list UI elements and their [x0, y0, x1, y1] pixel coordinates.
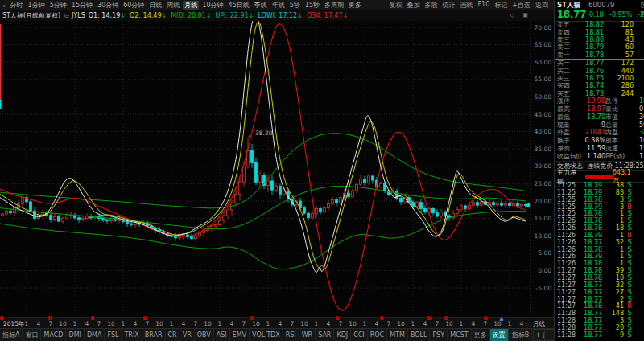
chart-svg[interactable]: 70.0065.0060.0055.0050.0045.0040.0035.00…: [0, 21, 554, 317]
tool-button-标记[interactable]: 标记: [493, 1, 509, 10]
candle-body: [50, 216, 52, 220]
candle-body: [505, 203, 507, 205]
indicator-tab-ROC[interactable]: ROC: [368, 329, 387, 341]
down-arrow-icon: ↓: [120, 12, 126, 19]
indicator-tab-OBV[interactable]: OBV: [195, 329, 214, 341]
last-price: 18.77: [557, 9, 586, 20]
tick-side: S: [624, 260, 635, 267]
x-tick: 4: [85, 320, 89, 327]
tool-button-统计[interactable]: 统计: [441, 1, 457, 10]
indicator-tab-指标A[interactable]: 指标A: [0, 329, 23, 341]
zoom-in-button[interactable]: +: [533, 329, 543, 341]
indicator-tab-更多[interactable]: 更多: [472, 329, 490, 341]
indicator-name[interactable]: JYLS: [72, 12, 89, 19]
main-force-bar: [585, 175, 612, 179]
indicator-tab-ASI[interactable]: ASI: [214, 329, 230, 341]
indicator-tab-窗口[interactable]: 窗口: [23, 329, 41, 341]
tick-side: S: [624, 281, 635, 289]
indicator-tab-指标B[interactable]: 指标B: [509, 329, 532, 341]
tick-time: 11:25: [557, 203, 576, 211]
candle-body: [517, 204, 519, 207]
tick-volume: 1: [602, 210, 624, 217]
y-axis-label: 50.00: [535, 93, 552, 101]
indicator-value: Q2: 14.49↓: [130, 12, 171, 19]
indicator-tab-RSI[interactable]: RSI: [283, 329, 299, 341]
period-tab-1分钟[interactable]: 1分钟: [27, 1, 47, 10]
period-tab-分时[interactable]: 分时: [9, 1, 25, 10]
x-tick: 1: [411, 320, 415, 327]
tick-row: 11:2518.7983S: [555, 189, 644, 196]
price-change: -0.18: [587, 11, 604, 18]
indicator-tab-VR[interactable]: VR: [180, 329, 195, 341]
period-tab-年线[interactable]: 年线: [270, 1, 287, 10]
candle-body: [283, 191, 286, 195]
tool-button-F10[interactable]: F10: [477, 1, 492, 10]
candle-body: [364, 179, 366, 183]
chart-corner-icons[interactable]: ◇ ▣: [510, 12, 531, 18]
info-value: 1.140: [583, 153, 605, 160]
magenta-dots: ·······: [483, 11, 507, 18]
indicator-tab-BRAR[interactable]: BRAR: [142, 329, 166, 341]
tool-button-多股[interactable]: 多股: [423, 1, 440, 10]
indicator-tab-EMV[interactable]: EMV: [230, 329, 250, 341]
x-tick: 10: [107, 320, 115, 327]
period-tab-5分钟[interactable]: 5分钟: [48, 1, 68, 10]
indicator-tab-SAR[interactable]: SAR: [316, 329, 334, 341]
period-tab-30分钟[interactable]: 30分钟: [96, 1, 120, 10]
indicator-tab-MTM[interactable]: MTM: [387, 329, 408, 341]
period-tab-季线[interactable]: 季线: [253, 1, 269, 10]
price-change-pct: -0.95%: [609, 11, 632, 18]
tick-side: B: [624, 232, 635, 239]
period-tab-15分钟[interactable]: 15分钟: [70, 1, 94, 10]
main-chart[interactable]: 70.0065.0060.0055.0050.0045.0040.0035.00…: [0, 21, 554, 317]
period-tab-周线[interactable]: 周线: [165, 1, 181, 10]
x-tick: 10: [300, 320, 308, 327]
tool-button-叠加[interactable]: 叠加: [406, 1, 422, 10]
period-tab-更多[interactable]: 更多: [347, 1, 363, 10]
indicator-tab-DMA[interactable]: DMA: [85, 329, 105, 341]
ask-volume: 81: [604, 29, 634, 36]
indicator-tab-CCI[interactable]: CCI: [351, 329, 368, 341]
tool-button-返回[interactable]: 返回: [534, 1, 550, 10]
y-axis-label: 30.00: [535, 162, 552, 170]
back-icon[interactable]: ‹: [0, 2, 8, 10]
indicator-tab-TRIX[interactable]: TRIX: [122, 329, 142, 341]
indicator-tab-FSL[interactable]: FSL: [105, 329, 122, 341]
indicator-tab-WR[interactable]: WR: [299, 329, 316, 341]
buy-signal-mark: B: [143, 315, 147, 322]
tick-row: 11:2718.772S: [555, 296, 644, 303]
tool-button-复权[interactable]: 复权: [388, 1, 404, 10]
tick-volume: 2: [602, 296, 624, 303]
indicator-tab-PSY[interactable]: PSY: [430, 329, 448, 341]
info-value: 381: [629, 129, 644, 136]
indicator-tab-BOLL[interactable]: BOLL: [408, 329, 431, 341]
period-tab-15秒[interactable]: 15秒: [303, 1, 321, 10]
period-tab-45日线[interactable]: 45日线: [227, 1, 251, 10]
period-tab-10分钟[interactable]: 10分钟: [200, 1, 225, 10]
tick-time: 11:28: [557, 324, 576, 331]
tool-button-画线[interactable]: 画线: [459, 1, 475, 10]
tick-price: 18.79: [576, 182, 602, 189]
x-tick: 1: [266, 320, 270, 327]
tick-row: 11:2818.773S: [555, 317, 644, 324]
indicator-tab-MCST[interactable]: MCST: [448, 329, 471, 341]
tick-side: S: [624, 246, 635, 253]
ask-price: 18.79: [576, 43, 604, 51]
axis-period-label[interactable]: 月线: [533, 320, 545, 328]
period-tab-多周期[interactable]: 多周期: [323, 1, 345, 10]
indicator-tab-设置[interactable]: 设置: [490, 329, 509, 341]
tool-button-+自选[interactable]: +自选: [510, 1, 532, 10]
indicator-tab-CR[interactable]: CR: [166, 329, 180, 341]
period-tab-日线[interactable]: 日线: [147, 1, 163, 10]
indicator-tab-DMI[interactable]: DMI: [66, 329, 84, 341]
indicator-tab-KDJ[interactable]: KDJ: [334, 329, 351, 341]
candle-body: [271, 181, 274, 190]
indicator-tab-MACD[interactable]: MACD: [41, 329, 66, 341]
period-tab-60分钟[interactable]: 60分钟: [122, 1, 146, 10]
indicator-tab-VOL-TDX[interactable]: VOL-TDX: [250, 329, 283, 341]
candle-body: [481, 202, 483, 205]
period-tab-月线[interactable]: 月线: [183, 1, 199, 10]
gear-icon[interactable]: ⊙: [64, 12, 72, 19]
quote-panel: ST人福 600079 区间 18.77 -0.18 -0.95% -2.33 …: [554, 0, 644, 341]
period-tab-5秒[interactable]: 5秒: [288, 1, 302, 10]
